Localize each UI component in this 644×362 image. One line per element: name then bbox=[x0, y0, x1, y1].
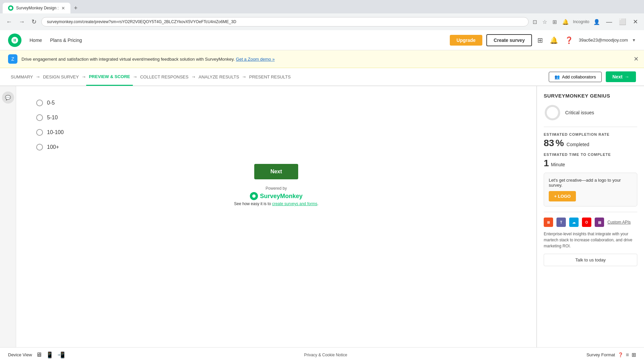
nav-plans[interactable]: Plans & Pricing bbox=[50, 38, 82, 43]
step-arrow-1: → bbox=[36, 74, 40, 79]
browser-tab-active[interactable]: SurveyMonkey Design : ✕ bbox=[3, 3, 70, 13]
star-icon[interactable]: ☆ bbox=[541, 17, 548, 26]
radio-option-10-100: 10-100 bbox=[36, 129, 516, 136]
tablet-view-icon[interactable]: 📱 bbox=[46, 351, 53, 359]
account-dropdown-icon[interactable]: ▼ bbox=[632, 38, 636, 43]
panel-divider-1 bbox=[544, 127, 637, 127]
teams-icon: T bbox=[556, 218, 566, 227]
address-bar[interactable] bbox=[41, 17, 529, 26]
survey-next-btn[interactable]: Next bbox=[254, 164, 298, 179]
step-summary[interactable]: SUMMARY bbox=[8, 68, 36, 85]
browser-chrome: SurveyMonkey Design : ✕ + ← → ↻ ⊡ ☆ ⊞ 🔔 … bbox=[0, 0, 644, 30]
step-preview[interactable]: PREVIEW & SCORE bbox=[86, 68, 133, 86]
powered-by-link: See how easy it is to create surveys and… bbox=[36, 201, 516, 206]
mobile-view-icon[interactable]: 📲 bbox=[57, 351, 65, 359]
bell-icon[interactable]: 🔔 bbox=[561, 17, 570, 26]
step-design[interactable]: DESIGN SURVEY bbox=[40, 68, 82, 85]
close-window-btn[interactable]: ✕ bbox=[631, 17, 640, 27]
app-header: Home Plans & Pricing Upgrade Create surv… bbox=[0, 30, 644, 50]
step-arrow-3: → bbox=[133, 74, 138, 79]
browser-tabs: SurveyMonkey Design : ✕ + bbox=[0, 0, 644, 13]
privacy-link[interactable]: Privacy & Cookie Notice bbox=[304, 353, 347, 357]
banner-close-btn[interactable]: ✕ bbox=[634, 55, 639, 63]
radio-option-100-plus: 100+ bbox=[36, 144, 516, 150]
screen-cast-icon[interactable]: ⊡ bbox=[531, 17, 538, 26]
radio-5-10[interactable] bbox=[36, 114, 43, 121]
tab-close-btn[interactable]: ✕ bbox=[61, 6, 65, 11]
forward-btn[interactable]: → bbox=[17, 17, 27, 27]
zoom-banner: Z Drive engagement and satisfaction with… bbox=[0, 50, 644, 68]
step-nav-actions: 👥 Add collaborators Next → bbox=[549, 71, 636, 82]
donut-chart bbox=[544, 104, 561, 121]
completion-rate-value: 83 % Completed bbox=[544, 138, 637, 148]
svg-point-1 bbox=[252, 194, 256, 198]
nav-home[interactable]: Home bbox=[30, 38, 42, 43]
step-collect[interactable]: COLLECT RESPONSES bbox=[138, 68, 191, 85]
step-arrow-4: → bbox=[191, 74, 196, 79]
radio-10-100[interactable] bbox=[36, 129, 43, 136]
panel-divider-2 bbox=[544, 212, 637, 212]
new-tab-btn[interactable]: + bbox=[70, 3, 81, 13]
bottom-bar: Device View 🖥 📱 📲 Privacy & Cookie Notic… bbox=[0, 347, 644, 362]
survey-monkey-logo-icon bbox=[250, 192, 258, 200]
next-arrow-icon: → bbox=[625, 74, 629, 79]
notification-icon[interactable]: 🔔 bbox=[550, 36, 558, 44]
user-account[interactable]: 39ac6e23@moodjoy.com bbox=[579, 38, 628, 43]
time-unit: Minute bbox=[551, 162, 565, 167]
classic-format-icon[interactable]: ≡ bbox=[626, 352, 629, 358]
zoom-icon: Z bbox=[8, 54, 17, 64]
logo-promo-section: Let's get creative—add a logo to your su… bbox=[544, 173, 637, 206]
create-survey-btn[interactable]: Create survey bbox=[486, 34, 532, 46]
add-collaborators-btn[interactable]: 👥 Add collaborators bbox=[549, 72, 601, 82]
talk-to-us-btn[interactable]: Talk to us today bbox=[544, 254, 637, 266]
step-nav: SUMMARY → DESIGN SURVEY → PREVIEW & SCOR… bbox=[0, 68, 644, 86]
upgrade-btn[interactable]: Upgrade bbox=[450, 35, 482, 46]
maximize-btn[interactable]: ⬜ bbox=[617, 17, 628, 27]
minimize-btn[interactable]: — bbox=[604, 17, 614, 27]
bw-icon: ▤ bbox=[595, 218, 604, 227]
extensions-icon[interactable]: ⊞ bbox=[551, 17, 558, 26]
radio-label-10-100: 10-100 bbox=[47, 129, 64, 135]
bottom-right: Survey Format ❓ ≡ ⊞ bbox=[586, 352, 636, 358]
survey-format-help-icon[interactable]: ❓ bbox=[618, 352, 623, 357]
app-logo[interactable] bbox=[8, 34, 21, 47]
banner-text: Drive engagement and satisfaction with i… bbox=[21, 57, 636, 62]
genius-title: SURVEYMONKEY GENIUS bbox=[544, 93, 637, 99]
custom-apis-link[interactable]: Custom APIs bbox=[607, 220, 631, 225]
add-collab-icon: 👥 bbox=[554, 74, 560, 79]
help-icon[interactable]: ❓ bbox=[565, 36, 573, 44]
svg-point-0 bbox=[9, 7, 12, 9]
time-label: ESTIMATED TIME TO COMPLETE bbox=[544, 153, 637, 157]
device-view-label: Device View bbox=[8, 352, 32, 357]
right-panel: SURVEYMONKEY GENIUS Critical issues ESTI… bbox=[537, 86, 644, 362]
comment-btn[interactable]: 💬 bbox=[2, 92, 14, 104]
create-surveys-link[interactable]: create surveys and forms bbox=[272, 201, 317, 206]
desktop-view-icon[interactable]: 🖥 bbox=[36, 351, 42, 358]
next-btn-container: Next bbox=[36, 164, 516, 179]
radio-100-plus[interactable] bbox=[36, 144, 43, 150]
tab-favicon bbox=[8, 5, 13, 11]
step-present[interactable]: PRESENT RESULTS bbox=[247, 68, 293, 85]
tab-title: SurveyMonkey Design : bbox=[16, 6, 59, 10]
reload-btn[interactable]: ↻ bbox=[30, 17, 39, 27]
radio-label-0-5: 0-5 bbox=[47, 100, 55, 106]
device-view-section: Device View 🖥 📱 📲 bbox=[8, 351, 65, 359]
logo-promo-text: Let's get creative—add a logo to your su… bbox=[549, 178, 632, 188]
survey-format-section: Survey Format ❓ ≡ ⊞ bbox=[586, 352, 636, 358]
step-next-btn[interactable]: Next → bbox=[606, 71, 636, 82]
grid-format-icon[interactable]: ⊞ bbox=[632, 352, 636, 358]
profile-icon[interactable]: 👤 bbox=[592, 17, 601, 26]
survey-preview-area: 0-5 5-10 10-100 100+ Next Powered by Sur… bbox=[16, 86, 537, 362]
add-logo-btn[interactable]: + LOGO bbox=[549, 191, 576, 201]
step-analyze[interactable]: ANALYZE RESULTS bbox=[196, 68, 242, 85]
radio-label-100-plus: 100+ bbox=[47, 144, 59, 150]
step-arrow-5: → bbox=[242, 74, 247, 79]
main-layout: 💬 0-5 5-10 10-100 100+ Next Powered by bbox=[0, 86, 644, 362]
grid-icon[interactable]: ⊞ bbox=[537, 36, 543, 44]
zoom-demo-link[interactable]: Get a Zoom demo » bbox=[236, 57, 275, 62]
oracle-icon: O bbox=[582, 218, 591, 227]
completion-number: 83 bbox=[544, 138, 554, 148]
microsoft-icon: ⊞ bbox=[544, 218, 553, 227]
radio-0-5[interactable] bbox=[36, 100, 43, 106]
back-btn[interactable]: ← bbox=[4, 17, 14, 27]
